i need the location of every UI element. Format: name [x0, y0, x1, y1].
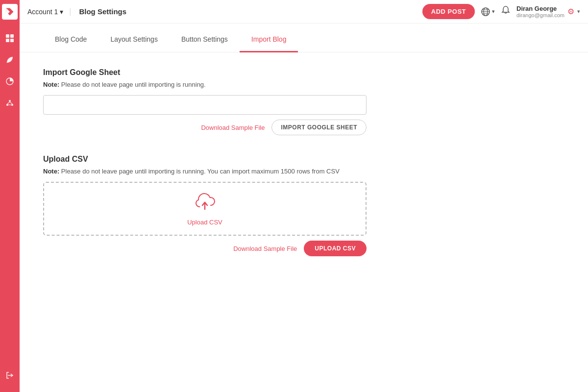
user-menu-chevron[interactable]: ▾ — [577, 8, 580, 15]
account-name: Account 1 — [27, 8, 58, 16]
language-selector[interactable]: ▾ — [481, 7, 495, 17]
csv-dropzone[interactable]: Upload CSV — [43, 182, 367, 236]
svg-rect-2 — [6, 39, 9, 42]
main-content: Account 1 ▾ | Blog Settings ADD POST ▾ — [20, 0, 588, 392]
language-chevron: ▾ — [492, 8, 495, 15]
upload-csv-button[interactable]: UPLOAD CSV — [304, 241, 367, 256]
tabs: Blog Code Layout Settings Button Setting… — [20, 27, 588, 52]
svg-line-9 — [7, 102, 10, 104]
import-google-sheet-button[interactable]: IMPORT GOOGLE SHEET — [271, 120, 367, 135]
import-blog-content: Import Google Sheet Note: Please do not … — [20, 52, 588, 292]
import-gs-title: Import Google Sheet — [43, 68, 564, 77]
upload-cloud-icon — [193, 192, 217, 216]
settings-icon[interactable]: ⚙ — [567, 7, 574, 16]
sidebar — [0, 0, 20, 392]
svg-point-6 — [9, 100, 11, 102]
leaf-icon[interactable] — [1, 51, 19, 69]
svg-point-8 — [11, 104, 13, 106]
google-sheet-url-input[interactable] — [43, 95, 367, 115]
upload-csv-title: Upload CSV — [43, 155, 564, 164]
user-name: Diran George — [516, 5, 564, 12]
upload-csv-dropzone-label: Upload CSV — [187, 219, 222, 226]
tab-import-blog[interactable]: Import Blog — [240, 27, 298, 52]
import-gs-note: Note: Please do not leave page until imp… — [43, 81, 564, 88]
account-chevron: ▾ — [60, 8, 63, 16]
import-gs-note-text: Please do not leave page until importing… — [61, 81, 206, 88]
logo[interactable] — [2, 4, 18, 20]
import-gs-actions: Download Sample File IMPORT GOOGLE SHEET — [43, 120, 367, 135]
svg-rect-1 — [10, 34, 14, 38]
account-selector[interactable]: Account 1 ▾ — [27, 8, 63, 16]
tab-button-settings[interactable]: Button Settings — [170, 27, 240, 52]
svg-line-10 — [10, 102, 12, 104]
upload-csv-note-label: Note: — [43, 168, 59, 175]
chart-icon[interactable] — [1, 73, 19, 90]
content-area: Blog Code Layout Settings Button Setting… — [20, 24, 588, 392]
notification-button[interactable] — [501, 5, 511, 18]
svg-rect-0 — [6, 34, 9, 38]
user-details: Diran George dirango@gmail.com — [516, 5, 564, 18]
add-post-button[interactable]: ADD POST — [422, 4, 475, 19]
grid-icon[interactable] — [1, 29, 19, 47]
import-gs-note-label: Note: — [43, 81, 59, 88]
nodes-icon[interactable] — [1, 94, 19, 112]
user-info: Diran George dirango@gmail.com ⚙ ▾ — [516, 5, 580, 18]
topbar-right: ADD POST ▾ Diran George — [422, 4, 580, 19]
upload-csv-section: Upload CSV Note: Please do not leave pag… — [43, 155, 564, 256]
svg-point-7 — [6, 104, 8, 106]
exit-icon[interactable] — [1, 367, 19, 384]
page-title: Blog Settings — [79, 7, 126, 16]
topbar-left: Account 1 ▾ | Blog Settings — [27, 7, 422, 16]
upload-csv-note: Note: Please do not leave page until imp… — [43, 168, 564, 175]
topbar: Account 1 ▾ | Blog Settings ADD POST ▾ — [20, 0, 588, 24]
user-email: dirango@gmail.com — [516, 12, 564, 18]
tab-blog-code[interactable]: Blog Code — [43, 27, 98, 52]
svg-rect-3 — [10, 39, 14, 42]
tab-layout-settings[interactable]: Layout Settings — [98, 27, 170, 52]
upload-csv-note-text: Please do not leave page until importing… — [61, 168, 340, 175]
import-google-sheet-section: Import Google Sheet Note: Please do not … — [43, 68, 564, 135]
download-sample-csv-link[interactable]: Download Sample File — [233, 245, 297, 252]
upload-csv-actions: Download Sample File UPLOAD CSV — [43, 241, 367, 256]
download-sample-gs-link[interactable]: Download Sample File — [201, 124, 265, 131]
